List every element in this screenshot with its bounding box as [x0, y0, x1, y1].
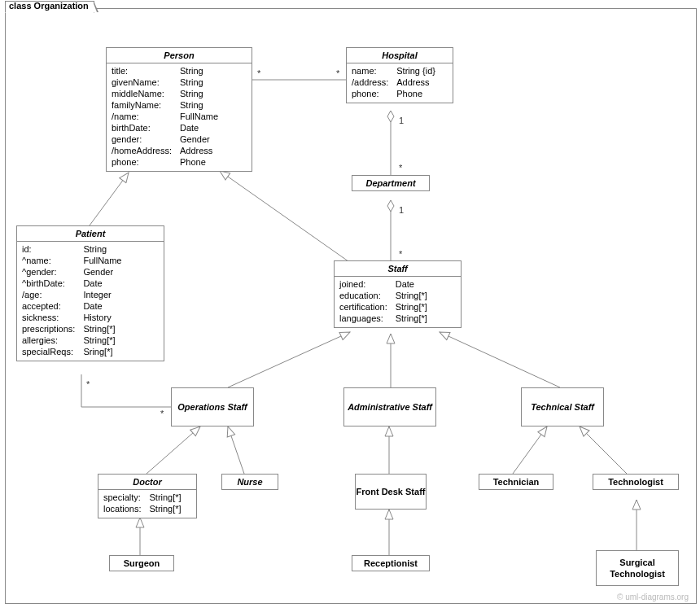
- class-title: Surgical Technologist: [597, 557, 678, 580]
- attr-type: Date: [83, 300, 159, 312]
- attr-type: String[*]: [83, 335, 159, 346]
- attr-name: accepted:: [22, 300, 75, 312]
- attr-name: ^birthDate:: [22, 278, 75, 289]
- class-ops-staff: Operations Staff: [171, 387, 254, 426]
- attr-type: FullName: [180, 111, 247, 122]
- attr-type: Phone: [180, 156, 247, 168]
- attr-type: Sring[*]: [83, 346, 159, 357]
- attr-type: Address: [396, 77, 448, 88]
- attr-name: phone:: [352, 88, 388, 99]
- attr-type: String: [180, 65, 247, 77]
- attr-name: familyName:: [112, 99, 172, 111]
- attr-name: sickness:: [22, 312, 75, 323]
- class-person: Person title:givenName:middleName:family…: [106, 47, 252, 172]
- class-title: Technologist: [593, 475, 678, 489]
- attrs: joined:education:certification:languages…: [335, 277, 461, 327]
- class-surgical-tech: Surgical Technologist: [596, 550, 679, 586]
- class-title: Technical Staff: [531, 401, 594, 413]
- attr-name: education:: [339, 290, 387, 301]
- attr-name: specialReqs:: [22, 346, 75, 357]
- attr-type: Date: [396, 278, 456, 290]
- attr-type: String: [180, 99, 247, 111]
- class-hospital: Hospital name:/address:phone:String {id}…: [346, 47, 453, 103]
- attr-name: locations:: [103, 503, 141, 514]
- class-title: Surgeon: [110, 556, 173, 571]
- attr-type: String {id}: [396, 65, 448, 77]
- attr-name: certification:: [339, 301, 387, 313]
- attr-name: givenName:: [112, 77, 172, 88]
- class-title: Department: [352, 176, 429, 190]
- attr-name: gender:: [112, 133, 172, 145]
- attr-type: String[*]: [396, 290, 456, 301]
- class-title: Operations Staff: [177, 401, 247, 413]
- attr-name: /homeAddress:: [112, 145, 172, 156]
- attr-type: Gender: [180, 133, 247, 145]
- class-technician: Technician: [479, 474, 553, 490]
- attr-type: String[*]: [83, 323, 159, 335]
- class-technologist: Technologist: [593, 474, 679, 490]
- class-title: Front Desk Staff: [357, 486, 426, 497]
- class-nurse: Nurse: [221, 474, 278, 490]
- attr-type: String: [180, 88, 247, 99]
- attr-name: birthDate:: [112, 122, 172, 133]
- attr-name: /age:: [22, 289, 75, 300]
- attr-name: specialty:: [103, 492, 141, 503]
- attr-type: String[*]: [396, 313, 456, 324]
- attr-type: FullName: [83, 255, 159, 266]
- class-title: Nurse: [222, 475, 278, 489]
- attr-name: prescriptions:: [22, 323, 75, 335]
- attrs: specialty:locations:String[*]String[*]: [98, 490, 196, 518]
- attr-type: String: [180, 77, 247, 88]
- attr-name: middleName:: [112, 88, 172, 99]
- attrs: title:givenName:middleName:familyName:/n…: [107, 63, 252, 171]
- class-title: Staff: [335, 261, 461, 277]
- attr-type: History: [83, 312, 159, 323]
- attr-type: Gender: [83, 266, 159, 278]
- class-doctor: Doctor specialty:locations:String[*]Stri…: [98, 474, 197, 518]
- class-department: Department: [352, 175, 430, 191]
- attrs: name:/address:phone:String {id}AddressPh…: [347, 63, 453, 103]
- attr-name: allergies:: [22, 335, 75, 346]
- attr-type: String[*]: [396, 301, 456, 313]
- class-front-desk: Front Desk Staff: [355, 474, 427, 510]
- attr-name: id:: [22, 243, 75, 255]
- attr-name: title:: [112, 65, 172, 77]
- attr-type: String[*]: [149, 503, 191, 514]
- attr-name: phone:: [112, 156, 172, 168]
- class-title: Patient: [17, 226, 164, 242]
- attr-type: Phone: [396, 88, 448, 99]
- class-admin-staff: Administrative Staff: [343, 387, 436, 426]
- attr-name: /name:: [112, 111, 172, 122]
- attr-name: languages:: [339, 313, 387, 324]
- attr-type: Date: [83, 278, 159, 289]
- watermark: © uml-diagrams.org: [617, 593, 689, 601]
- class-receptionist: Receptionist: [352, 555, 430, 571]
- class-title: Person: [107, 48, 252, 63]
- attr-type: String[*]: [149, 492, 191, 503]
- class-title: Doctor: [98, 475, 196, 490]
- class-staff: Staff joined:education:certification:lan…: [334, 260, 462, 328]
- attr-type: Integer: [83, 289, 159, 300]
- attr-name: joined:: [339, 278, 387, 290]
- class-title: Administrative Staff: [348, 401, 432, 413]
- attr-name: ^name:: [22, 255, 75, 266]
- attr-type: Date: [180, 122, 247, 133]
- attr-type: String: [83, 243, 159, 255]
- class-title: Technician: [479, 475, 553, 489]
- attr-name: name:: [352, 65, 388, 77]
- class-title: Receptionist: [352, 556, 429, 571]
- attr-name: /address:: [352, 77, 388, 88]
- class-tech-staff: Technical Staff: [521, 387, 604, 426]
- attrs: id:^name:^gender:^birthDate:/age:accepte…: [17, 242, 164, 361]
- class-title: Hospital: [347, 48, 453, 63]
- frame-label: class Organization: [5, 1, 94, 13]
- class-patient: Patient id:^name:^gender:^birthDate:/age…: [16, 225, 164, 361]
- attr-type: Address: [180, 145, 247, 156]
- class-surgeon: Surgeon: [109, 555, 174, 571]
- attr-name: ^gender:: [22, 266, 75, 278]
